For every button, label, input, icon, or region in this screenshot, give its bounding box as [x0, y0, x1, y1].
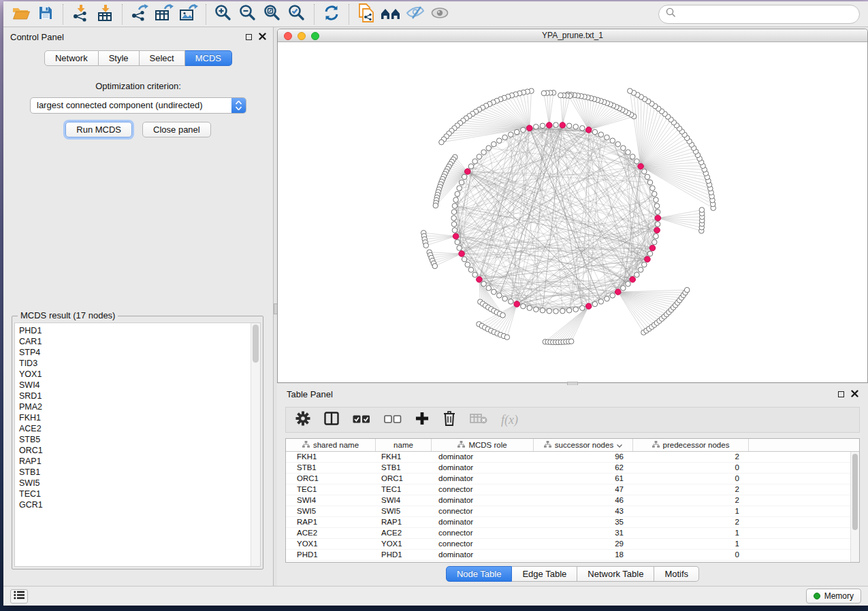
add-column-icon[interactable]	[415, 412, 429, 428]
open-file-button[interactable]	[9, 3, 33, 25]
export-table-button[interactable]	[152, 3, 176, 25]
mcds-result-item[interactable]: ORC1	[19, 445, 260, 456]
show-column-panel-icon[interactable]	[324, 412, 339, 428]
table-row[interactable]: SWI4SWI4dominator462	[286, 495, 859, 506]
table-row[interactable]: RAP1RAP1dominator352	[286, 517, 859, 528]
tab-network-table[interactable]: Network Table	[577, 566, 654, 582]
mcds-result-item[interactable]: STB5	[19, 434, 260, 445]
tab-node-table[interactable]: Node Table	[446, 566, 513, 582]
close-window-button[interactable]	[284, 32, 292, 40]
column-header-name[interactable]: name	[376, 439, 432, 451]
zoom-fit-button[interactable]	[260, 3, 285, 25]
mcds-result-item[interactable]: TEC1	[19, 489, 260, 499]
table-cell: 47	[534, 484, 633, 495]
table-cell: ACE2	[376, 528, 432, 538]
table-row[interactable]: PHD1PHD1dominator180	[286, 550, 859, 561]
export-image-button[interactable]	[176, 3, 201, 25]
float-panel-icon[interactable]	[246, 34, 252, 40]
select-all-checks-icon[interactable]	[353, 414, 370, 426]
close-panel-button[interactable]: Close panel	[142, 122, 211, 137]
table-cell: 29	[534, 539, 633, 549]
table-row[interactable]: ORC1ORC1dominator610	[286, 474, 859, 484]
network-canvas[interactable]	[278, 42, 867, 382]
refresh-icon	[323, 4, 340, 24]
table-row[interactable]: SWI5SWI5connector431	[286, 506, 859, 517]
import-network-button[interactable]	[68, 3, 93, 25]
tab-motifs[interactable]: Motifs	[654, 566, 699, 582]
mcds-list-scrollbar[interactable]	[251, 323, 260, 566]
sort-indicator-icon	[617, 441, 622, 449]
import-table-button[interactable]	[93, 3, 117, 25]
export-table-icon	[155, 4, 174, 24]
control-panel-title: Control Panel	[10, 32, 64, 42]
table-cell: PHD1	[286, 550, 376, 560]
tab-mcds[interactable]: MCDS	[185, 50, 232, 66]
table-cell: 46	[534, 495, 633, 506]
zoom-selected-button[interactable]	[285, 3, 309, 25]
table-row[interactable]: STB1STB1dominator620	[286, 463, 859, 474]
settings-gear-icon[interactable]	[295, 411, 310, 429]
mcds-result-item[interactable]: YOX1	[19, 369, 260, 380]
table-row[interactable]: TEC1TEC1connector472	[286, 484, 859, 495]
mcds-result-item[interactable]: FKH1	[19, 412, 260, 423]
close-panel-icon[interactable]	[851, 389, 858, 399]
mcds-result-item[interactable]: CAR1	[19, 336, 260, 347]
network-window-titlebar[interactable]: YPA_prune.txt_1	[278, 29, 867, 42]
show-all-button[interactable]	[428, 3, 452, 25]
mcds-result-item[interactable]: TID3	[19, 358, 260, 369]
zoom-out-button[interactable]	[236, 3, 260, 25]
table-row[interactable]: YOX1YOX1connector291	[286, 539, 859, 550]
search-field[interactable]	[658, 5, 860, 24]
memory-status-icon	[814, 593, 820, 599]
mcds-result-item[interactable]: SWI4	[19, 380, 260, 391]
column-header-successor-nodes[interactable]: successor nodes	[534, 439, 633, 451]
criterion-dropdown[interactable]: largest connected component (undirected)	[30, 97, 246, 114]
table-cell: ACE2	[286, 528, 376, 538]
first-neighbors-button[interactable]	[379, 3, 403, 25]
mcds-result-item[interactable]: RAP1	[19, 456, 260, 467]
deselect-all-checks-icon[interactable]	[384, 414, 402, 426]
zoom-in-button[interactable]	[211, 3, 236, 25]
table-row[interactable]: ACE2ACE2connector311	[286, 528, 859, 539]
mcds-result-item[interactable]: SWI5	[19, 478, 260, 489]
zoom-fit-icon	[263, 4, 281, 24]
new-network-from-selection-button[interactable]	[354, 3, 379, 25]
table-cell: dominator	[432, 495, 534, 506]
table-cell: STB1	[376, 463, 432, 473]
table-scrollbar[interactable]	[850, 452, 859, 562]
minimize-window-button[interactable]	[298, 32, 306, 40]
apply-layout-button[interactable]	[319, 3, 344, 25]
memory-button[interactable]: Memory	[806, 589, 861, 604]
table-cell: PHD1	[376, 550, 432, 560]
save-session-button[interactable]	[33, 3, 58, 25]
tab-edge-table[interactable]: Edge Table	[512, 566, 577, 582]
mcds-result-item[interactable]: STB1	[19, 467, 260, 478]
run-mcds-button[interactable]: Run MCDS	[65, 122, 132, 137]
table-cell: 96	[534, 452, 633, 462]
tab-style[interactable]: Style	[99, 50, 140, 66]
mcds-result-item[interactable]: PHD1	[19, 325, 260, 336]
table-cell: 2	[633, 452, 749, 462]
tab-network[interactable]: Network	[44, 50, 99, 66]
table-cell: ORC1	[376, 474, 432, 484]
column-header-predecessor-nodes[interactable]: predecessor nodes	[633, 439, 749, 451]
export-network-button[interactable]	[127, 3, 152, 25]
mcds-result-item[interactable]: STP4	[19, 347, 260, 358]
table-row[interactable]: FKH1FKH1dominator962	[286, 452, 859, 463]
duplicate-network-icon	[357, 3, 375, 25]
mcds-result-item[interactable]: GCR1	[19, 499, 260, 510]
mcds-result-item[interactable]: ACE2	[19, 423, 260, 434]
maximize-window-button[interactable]	[311, 32, 319, 40]
column-header-MCDS-role[interactable]: MCDS role	[432, 439, 534, 451]
float-panel-icon[interactable]	[838, 391, 844, 397]
search-input[interactable]	[681, 9, 852, 19]
mcds-result-list[interactable]: PHD1CAR1STP4TID3YOX1SWI4SRD1PMA2FKH1ACE2…	[14, 323, 261, 567]
mcds-result-item[interactable]: SRD1	[19, 391, 260, 401]
task-history-button[interactable]	[10, 589, 28, 604]
tab-select[interactable]: Select	[140, 50, 185, 66]
mcds-result-item[interactable]: PMA2	[19, 401, 260, 412]
hide-selected-button[interactable]	[403, 3, 428, 25]
column-header-shared-name[interactable]: shared name	[286, 439, 376, 451]
delete-column-icon[interactable]	[443, 411, 456, 429]
close-panel-icon[interactable]	[259, 32, 266, 42]
